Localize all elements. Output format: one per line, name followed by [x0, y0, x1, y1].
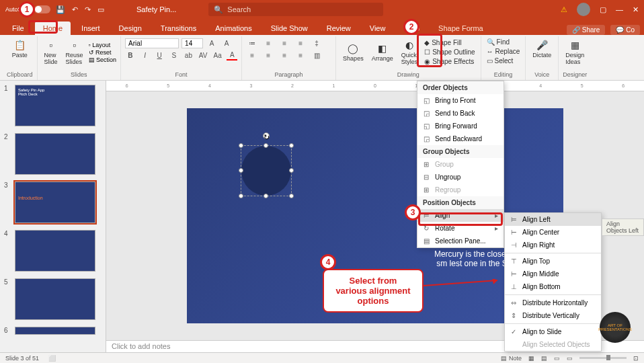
find-button[interactable]: 🔍 Find	[485, 38, 522, 46]
thumbnail-6[interactable]	[15, 327, 95, 335]
search-box[interactable]: 🔍 Search	[208, 3, 383, 16]
selection-pane[interactable]: ▤Selection Pane...	[417, 235, 504, 247]
comments-button[interactable]: 💬 Co	[610, 25, 640, 35]
resize-handle[interactable]	[239, 194, 243, 198]
warning-icon[interactable]: ⚠	[561, 5, 567, 14]
rotate-handle[interactable]: ↻	[263, 132, 270, 139]
tab-animations[interactable]: Animations	[207, 22, 259, 35]
user-avatar[interactable]	[577, 3, 590, 16]
arrange-button[interactable]: ◧Arrange	[369, 41, 396, 63]
redo-icon[interactable]: ↷	[85, 5, 91, 14]
tab-slideshow[interactable]: Slide Show	[263, 22, 316, 35]
thumbnail-4[interactable]	[15, 230, 95, 272]
shapes-button[interactable]: ◯Shapes	[340, 41, 366, 63]
send-to-back[interactable]: ◲Send to Back	[417, 107, 504, 120]
tab-transitions[interactable]: Transitions	[153, 22, 204, 35]
columns-icon[interactable]: ▥	[311, 50, 323, 61]
indent-dec-icon[interactable]: ≡	[278, 38, 290, 48]
resize-handle[interactable]	[289, 143, 294, 148]
distribute-horizontally[interactable]: ⇔Distribute Horizontally	[505, 296, 601, 309]
resize-handle[interactable]	[239, 168, 243, 173]
bring-forward[interactable]: ◱Bring Forward	[417, 120, 504, 132]
tab-design[interactable]: Design	[111, 22, 150, 35]
selected-shape[interactable]: ↻	[241, 145, 292, 196]
justify-icon[interactable]: ≡	[294, 50, 307, 61]
fit-to-window-icon[interactable]: ⊡	[633, 355, 639, 362]
thumbnail-panel[interactable]: 1Safety Pin AppPitch Deck 2 3Introductio…	[0, 81, 106, 352]
reading-view-icon[interactable]: ▭	[554, 355, 560, 362]
new-slide-button[interactable]: ▫New Slide	[42, 38, 61, 67]
align-right-icon[interactable]: ≡	[278, 50, 290, 61]
slideshow-view-icon[interactable]: ▭	[567, 355, 573, 362]
align-top[interactable]: ⊤Align Top	[505, 255, 601, 268]
align-center[interactable]: ⊢Align Center	[505, 226, 601, 239]
sorter-view-icon[interactable]: ▤	[541, 355, 547, 362]
strike-icon[interactable]: S	[169, 50, 179, 61]
close-icon[interactable]: ✕	[633, 5, 639, 14]
resize-handle[interactable]	[239, 143, 243, 148]
underline-icon[interactable]: U	[154, 50, 165, 61]
zoom-slider[interactable]	[579, 357, 627, 359]
tab-insert[interactable]: Insert	[73, 22, 108, 35]
select-button[interactable]: ▭ Select	[485, 56, 522, 65]
spacing-icon[interactable]: AV	[198, 50, 208, 61]
indent-inc-icon[interactable]: ≡	[294, 38, 307, 48]
case-icon[interactable]: Aa	[212, 50, 223, 61]
reuse-slides-button[interactable]: ▫Reuse Slides	[63, 38, 86, 67]
section-button[interactable]: ▤ Section	[89, 56, 117, 63]
bold-icon[interactable]: B	[125, 50, 136, 61]
tab-view[interactable]: View	[362, 22, 394, 35]
start-show-icon[interactable]: ▭	[97, 5, 104, 14]
resize-handle[interactable]	[289, 194, 294, 198]
font-color-icon[interactable]: A	[227, 50, 237, 61]
bring-to-front[interactable]: ◱Bring to Front	[417, 94, 504, 107]
circle-shape[interactable]	[241, 146, 291, 196]
ribbon-options-icon[interactable]: ▢	[600, 5, 606, 14]
document-title[interactable]: Safety Pin...	[136, 5, 176, 13]
thumbnail-1[interactable]: Safety Pin AppPitch Deck	[15, 85, 95, 126]
numbering-icon[interactable]: ≡	[262, 38, 274, 48]
align-right[interactable]: ⊣Align Right	[505, 239, 601, 251]
resize-handle[interactable]	[289, 168, 294, 173]
shadow-icon[interactable]: ab	[184, 50, 194, 61]
replace-button[interactable]: ↔ Replace	[485, 47, 522, 56]
decrease-font-icon[interactable]: A	[220, 38, 233, 48]
resize-handle[interactable]	[264, 143, 268, 148]
zoom-thumb[interactable]	[606, 355, 610, 360]
tab-shape-format[interactable]: Shape Forma	[430, 22, 491, 35]
italic-icon[interactable]: I	[140, 50, 151, 61]
thumbnail-2[interactable]	[15, 133, 95, 175]
distribute-vertically[interactable]: ⇕Distribute Vertically	[505, 309, 601, 322]
font-name-input[interactable]: Arial	[125, 38, 179, 48]
align-to-slide[interactable]: ✓Align to Slide	[505, 325, 601, 338]
align-middle[interactable]: ⊢Align Middle	[505, 268, 601, 280]
reset-button[interactable]: ↺ Reset	[89, 49, 117, 56]
slide-counter[interactable]: Slide 3 of 51	[5, 355, 39, 362]
horizontal-ruler[interactable]: 6543210123456	[106, 81, 644, 91]
share-button[interactable]: 🔗 Share	[567, 25, 605, 35]
dictate-button[interactable]: 🎤Dictate	[530, 38, 554, 60]
save-icon[interactable]: 💾	[56, 5, 65, 14]
language-indicator[interactable]: ⬜	[48, 355, 56, 362]
line-spacing-icon[interactable]: ‡	[311, 38, 323, 48]
increase-font-icon[interactable]: A	[206, 38, 218, 48]
ungroup[interactable]: ⊟Ungroup	[417, 171, 504, 184]
layout-button[interactable]: ▫ Layout	[89, 42, 117, 48]
design-ideas-button[interactable]: ▦Design Ideas	[563, 38, 587, 67]
normal-view-icon[interactable]: ▦	[528, 355, 534, 362]
bullets-icon[interactable]: ≔	[246, 38, 258, 48]
notes-button[interactable]: ▤ Note	[501, 355, 522, 362]
align-center-icon[interactable]: ≡	[262, 50, 274, 61]
align-left-icon[interactable]: ≡	[246, 50, 258, 61]
align-left[interactable]: ⊨Align Left	[505, 213, 601, 226]
font-size-input[interactable]: 14	[182, 38, 203, 48]
tab-review[interactable]: Review	[319, 22, 359, 35]
resize-handle[interactable]	[264, 194, 268, 198]
undo-icon[interactable]: ↶	[72, 5, 78, 14]
send-backward[interactable]: ◲Send Backward	[417, 132, 504, 145]
thumbnail-5[interactable]	[15, 278, 95, 320]
align-bottom[interactable]: ⊥Align Bottom	[505, 280, 601, 293]
thumbnail-3[interactable]: Introduction	[15, 182, 95, 223]
paste-button[interactable]: 📋Paste	[7, 38, 33, 60]
minimize-icon[interactable]: —	[616, 5, 623, 13]
